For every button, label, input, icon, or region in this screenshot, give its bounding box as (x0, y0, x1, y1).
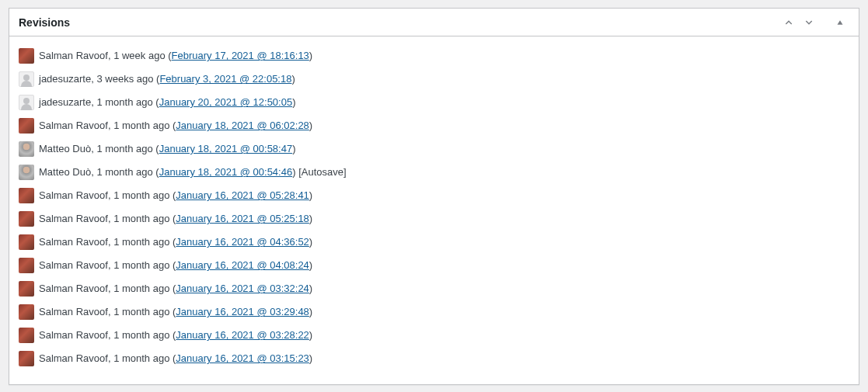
revision-ago: 1 month ago (96, 143, 152, 154)
revision-author: Matteo Duò (39, 143, 91, 154)
move-down-button[interactable] (800, 13, 818, 32)
revision-ago: 1 month ago (113, 189, 169, 201)
revision-link[interactable]: January 18, 2021 @ 00:54:46 (159, 166, 293, 178)
panel-title: Revisions (19, 16, 70, 29)
revision-link[interactable]: February 3, 2021 @ 22:05:18 (159, 73, 291, 85)
revision-list: Salman Ravoof, 1 week ago (February 17, … (19, 44, 849, 370)
avatar (19, 234, 34, 250)
revision-author: Salman Ravoof (39, 189, 108, 201)
revision-item: Salman Ravoof, 1 month ago (January 16, … (19, 207, 849, 231)
revision-link[interactable]: January 16, 2021 @ 03:28:22 (176, 329, 309, 341)
revision-link[interactable]: January 16, 2021 @ 03:29:48 (176, 306, 309, 317)
revision-author: Salman Ravoof (39, 329, 108, 341)
revision-author: Salman Ravoof (39, 213, 108, 224)
revision-item: Salman Ravoof, 1 month ago (January 16, … (19, 300, 849, 324)
revision-text: Salman Ravoof, 1 month ago (January 16, … (39, 234, 312, 250)
revision-ago: 1 month ago (113, 236, 169, 248)
revision-text: jadesuzarte, 3 weeks ago (February 3, 20… (39, 71, 295, 87)
revision-text: Salman Ravoof, 1 month ago (January 16, … (39, 211, 312, 227)
avatar (19, 71, 34, 87)
revision-text: Matteo Duò, 1 month ago (January 18, 202… (39, 141, 296, 157)
revision-author: Salman Ravoof (39, 283, 108, 294)
revision-text: Salman Ravoof, 1 month ago (January 16, … (39, 351, 312, 366)
revision-text: Salman Ravoof, 1 month ago (January 16, … (39, 328, 312, 343)
revisions-panel: Revisions Salman Ravoof, 1 week ago (Feb… (9, 8, 859, 385)
revision-ago: 1 week ago (113, 50, 166, 61)
revision-ago: 1 month ago (113, 283, 169, 294)
avatar (19, 304, 34, 320)
revision-item: Salman Ravoof, 1 month ago (January 16, … (19, 254, 849, 277)
revision-item: Salman Ravoof, 1 month ago (January 16, … (19, 347, 849, 370)
revision-item: Salman Ravoof, 1 month ago (January 16, … (19, 231, 849, 254)
revision-text: jadesuzarte, 1 month ago (January 20, 20… (39, 95, 296, 110)
avatar (19, 328, 34, 343)
revision-item: Salman Ravoof, 1 month ago (January 18, … (19, 114, 849, 137)
avatar (19, 118, 34, 134)
revision-text: Salman Ravoof, 1 month ago (January 18, … (39, 118, 312, 134)
avatar (19, 48, 34, 64)
panel-actions (779, 13, 849, 32)
avatar (19, 141, 34, 157)
revision-link[interactable]: January 16, 2021 @ 03:15:23 (176, 352, 309, 364)
revision-text: Salman Ravoof, 1 week ago (February 17, … (39, 48, 312, 64)
revision-text: Matteo Duò, 1 month ago (January 18, 202… (39, 165, 347, 180)
revision-author: jadesuzarte (39, 96, 91, 108)
revision-author: jadesuzarte (39, 73, 91, 85)
revision-item: Matteo Duò, 1 month ago (January 18, 202… (19, 161, 849, 184)
move-up-button[interactable] (779, 13, 798, 32)
revision-author: Salman Ravoof (39, 120, 108, 131)
revision-link[interactable]: January 16, 2021 @ 04:36:52 (176, 236, 309, 248)
revision-ago: 1 month ago (96, 96, 152, 108)
revision-item: Salman Ravoof, 1 month ago (January 16, … (19, 324, 849, 347)
revision-text: Salman Ravoof, 1 month ago (January 16, … (39, 188, 312, 203)
revision-text: Salman Ravoof, 1 month ago (January 16, … (39, 258, 312, 273)
revision-ago: 1 month ago (96, 166, 152, 178)
revision-link[interactable]: January 16, 2021 @ 04:08:24 (176, 259, 309, 271)
revision-text: Salman Ravoof, 1 month ago (January 16, … (39, 281, 312, 297)
avatar (19, 188, 34, 203)
chevron-up-icon (783, 17, 794, 28)
avatar (19, 165, 34, 180)
revision-ago: 1 month ago (113, 306, 169, 317)
revision-link[interactable]: January 20, 2021 @ 12:50:05 (159, 96, 293, 108)
revision-ago: 1 month ago (113, 120, 169, 131)
revision-text: Salman Ravoof, 1 month ago (January 16, … (39, 304, 312, 320)
revision-link[interactable]: January 16, 2021 @ 05:28:41 (176, 189, 309, 201)
panel-header: Revisions (9, 9, 859, 36)
revision-link[interactable]: February 17, 2021 @ 18:16:13 (172, 50, 309, 61)
revision-item: Matteo Duò, 1 month ago (January 18, 202… (19, 137, 849, 161)
avatar (19, 95, 34, 110)
avatar (19, 351, 34, 366)
revision-author: Salman Ravoof (39, 236, 108, 248)
revision-author: Salman Ravoof (39, 352, 108, 364)
revision-author: Matteo Duò (39, 166, 91, 178)
chevron-down-icon (804, 17, 814, 28)
toggle-panel-button[interactable] (831, 13, 849, 32)
revision-item: Salman Ravoof, 1 month ago (January 16, … (19, 184, 849, 207)
revision-suffix: [Autosave] (296, 166, 347, 178)
revision-ago: 3 weeks ago (96, 73, 153, 85)
avatar (19, 258, 34, 273)
revision-ago: 1 month ago (113, 259, 169, 271)
revision-link[interactable]: January 18, 2021 @ 00:58:47 (159, 143, 293, 154)
revision-link[interactable]: January 18, 2021 @ 06:02:28 (176, 120, 309, 131)
revision-item: jadesuzarte, 3 weeks ago (February 3, 20… (19, 68, 849, 91)
panel-content: Salman Ravoof, 1 week ago (February 17, … (9, 36, 859, 384)
revision-link[interactable]: January 16, 2021 @ 05:25:18 (176, 213, 309, 224)
avatar (19, 281, 34, 297)
revision-ago: 1 month ago (113, 352, 169, 364)
revision-ago: 1 month ago (113, 213, 169, 224)
revision-item: Salman Ravoof, 1 month ago (January 16, … (19, 277, 849, 300)
revision-author: Salman Ravoof (39, 306, 108, 317)
revision-item: jadesuzarte, 1 month ago (January 20, 20… (19, 91, 849, 114)
triangle-up-icon (835, 17, 845, 28)
revision-ago: 1 month ago (113, 329, 169, 341)
revision-author: Salman Ravoof (39, 259, 108, 271)
revision-author: Salman Ravoof (39, 50, 108, 61)
revision-item: Salman Ravoof, 1 week ago (February 17, … (19, 44, 849, 68)
revision-link[interactable]: January 16, 2021 @ 03:32:24 (176, 283, 309, 294)
avatar (19, 211, 34, 227)
